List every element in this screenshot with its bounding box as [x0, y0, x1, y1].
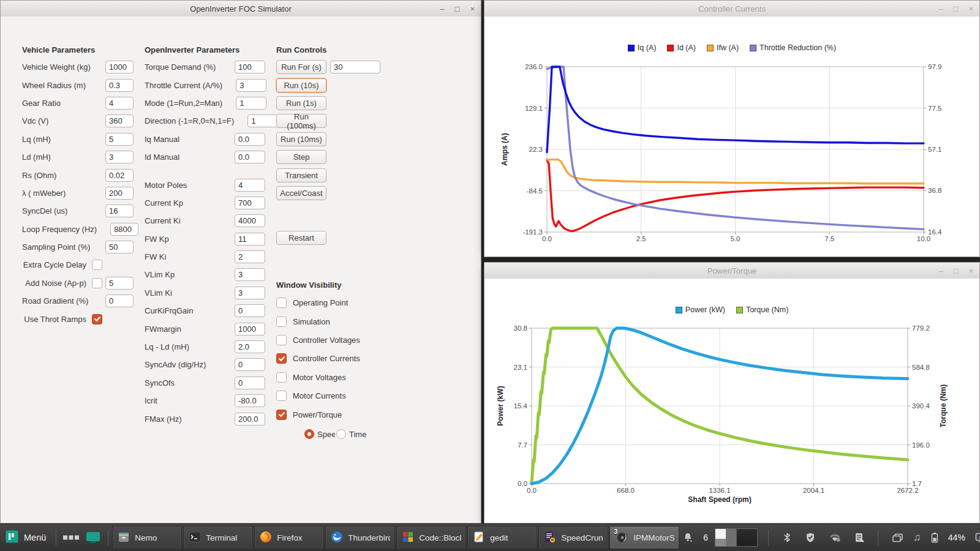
param-input[interactable]: 2 — [235, 250, 265, 263]
svg-text:Torque (Nm): Torque (Nm) — [939, 384, 948, 427]
param-input[interactable]: 5 — [105, 133, 134, 146]
param-input[interactable]: 360 — [105, 114, 134, 127]
param-row: λ ( mWeber) 200 — [22, 184, 134, 202]
param-input[interactable]: 4000 — [235, 214, 265, 227]
param-input[interactable]: 1000 — [235, 323, 265, 335]
taskbar-task[interactable]: SpeedCrunch — [538, 526, 608, 549]
run-button-row: Step — [276, 148, 382, 166]
maximize-button[interactable]: □ — [954, 4, 959, 13]
param-label: Torque Demand (%) — [145, 62, 221, 72]
param-input[interactable]: 3 — [235, 268, 265, 281]
param-checkbox[interactable] — [92, 260, 102, 270]
visibility-checkbox[interactable] — [276, 372, 287, 383]
param-input[interactable]: 0.0 — [235, 133, 265, 146]
music-note-icon[interactable]: ♫ — [913, 531, 921, 544]
minimize-button[interactable]: – — [938, 4, 943, 13]
param-input[interactable]: 700 — [235, 197, 265, 209]
param-input[interactable]: 8800 — [110, 223, 138, 236]
taskbar-task[interactable]: Thunderbird — [325, 526, 395, 549]
param-checkbox[interactable] — [92, 278, 102, 288]
minimize-button[interactable]: – — [440, 4, 444, 13]
param-input[interactable]: -80.0 — [235, 394, 265, 407]
param-input[interactable]: 0 — [235, 358, 265, 371]
param-input[interactable]: 4 — [235, 179, 265, 192]
param-input[interactable]: 1 — [236, 97, 266, 110]
param-input[interactable]: 0.0 — [235, 151, 265, 163]
taskbar-task[interactable]: gedit — [467, 526, 537, 549]
run-for-button[interactable]: Run For (s) — [276, 60, 326, 74]
taskbar-task[interactable]: Terminal — [183, 526, 253, 549]
bluetooth-icon[interactable] — [779, 532, 795, 543]
param-input[interactable]: 0 — [235, 377, 265, 389]
param-input[interactable]: 16 — [105, 204, 134, 217]
restart-button[interactable]: Restart — [276, 231, 326, 245]
titlebar[interactable]: Power/Torque – □ × — [484, 263, 979, 279]
param-input[interactable]: 0 — [235, 304, 265, 317]
param-input[interactable]: 0.3 — [105, 79, 134, 92]
param-input[interactable]: 0 — [105, 294, 134, 307]
workspace-switcher[interactable] — [715, 528, 758, 547]
param-input[interactable]: 1000 — [105, 61, 134, 73]
close-button[interactable]: × — [968, 4, 973, 13]
param-input[interactable]: 2.0 — [235, 340, 265, 353]
window-list-icon[interactable] — [60, 534, 82, 541]
svg-text:196.0: 196.0 — [912, 441, 930, 449]
run-button[interactable]: Accel/Coast — [276, 186, 326, 200]
param-input[interactable]: 50 — [105, 241, 134, 253]
param-input[interactable]: 100 — [235, 61, 265, 73]
taskbar-task[interactable]: Nemo — [112, 526, 182, 549]
titlebar[interactable]: Controller Currents – □ × — [484, 1, 979, 17]
visibility-checkbox[interactable] — [276, 317, 287, 327]
minimize-button[interactable]: – — [938, 266, 943, 276]
menu-button[interactable]: Menü — [0, 524, 52, 551]
maximize-button[interactable]: □ — [954, 266, 959, 276]
param-label: Current Kp — [145, 198, 221, 208]
taskbar-task[interactable]: 3 IPMMotorSim — [609, 526, 679, 549]
time-radio[interactable] — [336, 429, 346, 439]
taskbar-task[interactable]: Firefox — [254, 526, 324, 549]
notes-icon[interactable] — [851, 532, 867, 543]
close-button[interactable]: × — [470, 4, 475, 13]
maximize-button[interactable]: □ — [455, 4, 460, 13]
param-input[interactable]: 3 — [236, 79, 266, 92]
visibility-checkbox[interactable] — [276, 335, 287, 345]
param-input[interactable]: 3 — [235, 287, 265, 299]
taskbar-task[interactable]: Code::Block... — [396, 526, 466, 549]
run-for-input[interactable]: 30 — [330, 61, 380, 73]
param-input[interactable]: 1 — [247, 114, 278, 127]
param-input[interactable]: 0.02 — [105, 169, 134, 182]
titlebar[interactable]: OpenInverter FOC Simulator – □ × — [1, 1, 481, 17]
param-input[interactable]: 5 — [105, 277, 134, 290]
screensaver-icon[interactable]: zZ — [972, 532, 980, 543]
workspace-2[interactable] — [736, 529, 757, 546]
svg-text:1.7: 1.7 — [912, 480, 922, 487]
param-input[interactable]: 3 — [105, 151, 134, 163]
svg-text:7.7: 7.7 — [518, 441, 527, 449]
visibility-checkbox[interactable] — [276, 298, 287, 308]
battery-icon[interactable] — [928, 532, 941, 543]
windows-stack-icon[interactable] — [889, 533, 907, 543]
param-input[interactable]: 200 — [105, 187, 134, 200]
run-button[interactable]: Transient — [276, 168, 326, 182]
param-checkbox[interactable] — [92, 314, 102, 324]
visibility-checkbox[interactable] — [276, 391, 287, 401]
run-button[interactable]: Run (10ms) — [276, 132, 326, 146]
visibility-checkbox[interactable] — [276, 410, 287, 420]
close-button[interactable]: × — [968, 266, 973, 276]
param-input[interactable]: 200.0 — [235, 413, 265, 425]
visibility-checkbox[interactable] — [276, 353, 287, 364]
param-input[interactable]: 11 — [235, 233, 265, 246]
run-button[interactable]: Run (1s) — [276, 96, 326, 110]
task-label: Code::Block... — [419, 533, 461, 542]
run-button[interactable]: Step — [276, 150, 326, 164]
run-button[interactable]: Run (10s) — [276, 78, 326, 92]
workspace-1[interactable] — [715, 529, 736, 546]
param-input[interactable]: 4 — [105, 97, 134, 110]
notifications-bell-icon[interactable] — [679, 532, 696, 543]
wifi-lock-icon[interactable] — [826, 532, 844, 543]
param-row: Lq - Ld (mH) 2.0 — [145, 338, 265, 356]
speed-radio[interactable] — [304, 429, 314, 439]
run-button[interactable]: Run (100ms) — [276, 114, 326, 128]
show-desktop-icon[interactable] — [82, 531, 104, 544]
security-shield-icon[interactable] — [802, 532, 819, 543]
